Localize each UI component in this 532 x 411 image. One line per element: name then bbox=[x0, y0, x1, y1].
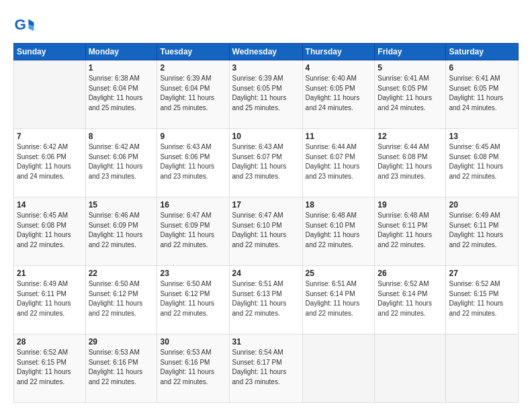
day-detail: Sunrise: 6:40 AM Sunset: 6:05 PM Dayligh… bbox=[306, 74, 372, 113]
day-number: 21 bbox=[17, 269, 83, 278]
calendar-week-row: 21Sunrise: 6:49 AM Sunset: 6:11 PM Dayli… bbox=[14, 266, 519, 334]
day-detail: Sunrise: 6:54 AM Sunset: 6:17 PM Dayligh… bbox=[232, 348, 300, 387]
day-detail: Sunrise: 6:38 AM Sunset: 6:04 PM Dayligh… bbox=[89, 74, 154, 113]
calendar-week-row: 1Sunrise: 6:38 AM Sunset: 6:04 PM Daylig… bbox=[14, 60, 519, 129]
calendar-cell: 13Sunrise: 6:45 AM Sunset: 6:08 PM Dayli… bbox=[446, 129, 519, 197]
day-detail: Sunrise: 6:45 AM Sunset: 6:08 PM Dayligh… bbox=[17, 211, 83, 250]
calendar-cell: 1Sunrise: 6:38 AM Sunset: 6:04 PM Daylig… bbox=[85, 60, 157, 129]
day-detail: Sunrise: 6:52 AM Sunset: 6:15 PM Dayligh… bbox=[449, 279, 515, 318]
calendar-cell: 31Sunrise: 6:54 AM Sunset: 6:17 PM Dayli… bbox=[229, 334, 302, 403]
day-detail: Sunrise: 6:52 AM Sunset: 6:14 PM Dayligh… bbox=[378, 279, 443, 318]
calendar-cell: 3Sunrise: 6:39 AM Sunset: 6:05 PM Daylig… bbox=[229, 60, 302, 129]
day-detail: Sunrise: 6:52 AM Sunset: 6:15 PM Dayligh… bbox=[17, 348, 83, 387]
day-detail: Sunrise: 6:43 AM Sunset: 6:06 PM Dayligh… bbox=[160, 142, 226, 181]
calendar-cell: 18Sunrise: 6:48 AM Sunset: 6:10 PM Dayli… bbox=[302, 197, 375, 266]
calendar-cell: 5Sunrise: 6:41 AM Sunset: 6:05 PM Daylig… bbox=[375, 60, 446, 129]
calendar-header-wednesday: Wednesday bbox=[229, 44, 302, 60]
calendar-cell: 23Sunrise: 6:50 AM Sunset: 6:12 PM Dayli… bbox=[157, 266, 229, 334]
day-detail: Sunrise: 6:44 AM Sunset: 6:07 PM Dayligh… bbox=[306, 142, 372, 181]
calendar-cell: 10Sunrise: 6:43 AM Sunset: 6:07 PM Dayli… bbox=[229, 129, 302, 197]
day-detail: Sunrise: 6:47 AM Sunset: 6:09 PM Dayligh… bbox=[160, 211, 226, 250]
calendar-cell bbox=[446, 334, 519, 403]
day-number: 16 bbox=[160, 200, 226, 210]
calendar-cell: 8Sunrise: 6:42 AM Sunset: 6:06 PM Daylig… bbox=[85, 129, 157, 197]
day-detail: Sunrise: 6:47 AM Sunset: 6:10 PM Dayligh… bbox=[232, 211, 300, 250]
day-detail: Sunrise: 6:44 AM Sunset: 6:08 PM Dayligh… bbox=[378, 142, 443, 181]
calendar-header-sunday: Sunday bbox=[14, 44, 86, 60]
day-number: 4 bbox=[306, 63, 372, 73]
day-detail: Sunrise: 6:42 AM Sunset: 6:06 PM Dayligh… bbox=[17, 142, 83, 181]
day-number: 1 bbox=[89, 63, 154, 73]
day-detail: Sunrise: 6:39 AM Sunset: 6:04 PM Dayligh… bbox=[160, 74, 226, 113]
calendar-cell: 26Sunrise: 6:52 AM Sunset: 6:14 PM Dayli… bbox=[375, 266, 446, 334]
day-number: 22 bbox=[89, 269, 154, 278]
calendar-cell: 21Sunrise: 6:49 AM Sunset: 6:11 PM Dayli… bbox=[14, 266, 86, 334]
day-number: 5 bbox=[378, 63, 443, 73]
day-number: 25 bbox=[306, 269, 372, 278]
calendar-header-saturday: Saturday bbox=[446, 44, 519, 60]
svg-text:G: G bbox=[15, 16, 26, 33]
day-detail: Sunrise: 6:41 AM Sunset: 6:05 PM Dayligh… bbox=[449, 74, 515, 113]
day-number: 27 bbox=[449, 269, 515, 278]
day-number: 24 bbox=[232, 269, 300, 278]
logo: G bbox=[13, 15, 38, 36]
calendar-cell: 2Sunrise: 6:39 AM Sunset: 6:04 PM Daylig… bbox=[157, 60, 229, 129]
calendar-cell: 29Sunrise: 6:53 AM Sunset: 6:16 PM Dayli… bbox=[85, 334, 157, 403]
day-detail: Sunrise: 6:43 AM Sunset: 6:07 PM Dayligh… bbox=[232, 142, 300, 181]
calendar-week-row: 14Sunrise: 6:45 AM Sunset: 6:08 PM Dayli… bbox=[14, 197, 519, 266]
calendar-header-row: SundayMondayTuesdayWednesdayThursdayFrid… bbox=[14, 44, 519, 60]
calendar-cell: 22Sunrise: 6:50 AM Sunset: 6:12 PM Dayli… bbox=[85, 266, 157, 334]
calendar-cell: 6Sunrise: 6:41 AM Sunset: 6:05 PM Daylig… bbox=[446, 60, 519, 129]
day-number: 14 bbox=[17, 200, 83, 210]
calendar-cell: 25Sunrise: 6:51 AM Sunset: 6:14 PM Dayli… bbox=[302, 266, 375, 334]
calendar-cell: 7Sunrise: 6:42 AM Sunset: 6:06 PM Daylig… bbox=[14, 129, 86, 197]
day-number: 13 bbox=[449, 132, 515, 141]
calendar-table: SundayMondayTuesdayWednesdayThursdayFrid… bbox=[13, 43, 519, 403]
day-number: 3 bbox=[232, 63, 300, 73]
day-number: 29 bbox=[89, 337, 154, 347]
day-number: 26 bbox=[378, 269, 443, 278]
calendar-cell: 17Sunrise: 6:47 AM Sunset: 6:10 PM Dayli… bbox=[229, 197, 302, 266]
calendar-cell: 16Sunrise: 6:47 AM Sunset: 6:09 PM Dayli… bbox=[157, 197, 229, 266]
calendar-cell bbox=[302, 334, 375, 403]
day-number: 20 bbox=[449, 200, 515, 210]
calendar-week-row: 28Sunrise: 6:52 AM Sunset: 6:15 PM Dayli… bbox=[14, 334, 519, 403]
calendar-header-friday: Friday bbox=[375, 44, 446, 60]
day-detail: Sunrise: 6:39 AM Sunset: 6:05 PM Dayligh… bbox=[232, 74, 300, 113]
day-detail: Sunrise: 6:48 AM Sunset: 6:10 PM Dayligh… bbox=[306, 211, 372, 250]
day-number: 23 bbox=[160, 269, 226, 278]
calendar-cell: 30Sunrise: 6:53 AM Sunset: 6:16 PM Dayli… bbox=[157, 334, 229, 403]
day-detail: Sunrise: 6:49 AM Sunset: 6:11 PM Dayligh… bbox=[449, 211, 515, 250]
calendar-cell: 12Sunrise: 6:44 AM Sunset: 6:08 PM Dayli… bbox=[375, 129, 446, 197]
day-number: 17 bbox=[232, 200, 300, 210]
day-detail: Sunrise: 6:51 AM Sunset: 6:13 PM Dayligh… bbox=[232, 279, 300, 318]
day-number: 30 bbox=[160, 337, 226, 347]
day-number: 6 bbox=[449, 63, 515, 73]
calendar-cell bbox=[375, 334, 446, 403]
header: G bbox=[13, 12, 519, 36]
calendar-cell: 14Sunrise: 6:45 AM Sunset: 6:08 PM Dayli… bbox=[14, 197, 86, 266]
day-detail: Sunrise: 6:53 AM Sunset: 6:16 PM Dayligh… bbox=[89, 348, 154, 387]
day-number: 15 bbox=[89, 200, 154, 210]
day-detail: Sunrise: 6:46 AM Sunset: 6:09 PM Dayligh… bbox=[89, 211, 154, 250]
calendar-cell: 24Sunrise: 6:51 AM Sunset: 6:13 PM Dayli… bbox=[229, 266, 302, 334]
calendar-cell: 9Sunrise: 6:43 AM Sunset: 6:06 PM Daylig… bbox=[157, 129, 229, 197]
day-number: 9 bbox=[160, 132, 226, 141]
day-number: 7 bbox=[17, 132, 83, 141]
day-number: 18 bbox=[306, 200, 372, 210]
day-detail: Sunrise: 6:45 AM Sunset: 6:08 PM Dayligh… bbox=[449, 142, 515, 181]
day-number: 12 bbox=[378, 132, 443, 141]
calendar-cell: 15Sunrise: 6:46 AM Sunset: 6:09 PM Dayli… bbox=[85, 197, 157, 266]
calendar-cell: 4Sunrise: 6:40 AM Sunset: 6:05 PM Daylig… bbox=[302, 60, 375, 129]
day-detail: Sunrise: 6:50 AM Sunset: 6:12 PM Dayligh… bbox=[160, 279, 226, 318]
calendar-cell: 28Sunrise: 6:52 AM Sunset: 6:15 PM Dayli… bbox=[14, 334, 86, 403]
day-number: 11 bbox=[306, 132, 372, 141]
logo-icon: G bbox=[13, 15, 35, 36]
day-number: 31 bbox=[232, 337, 300, 347]
day-number: 8 bbox=[89, 132, 154, 141]
day-detail: Sunrise: 6:48 AM Sunset: 6:11 PM Dayligh… bbox=[378, 211, 443, 250]
day-detail: Sunrise: 6:51 AM Sunset: 6:14 PM Dayligh… bbox=[306, 279, 372, 318]
calendar-cell bbox=[14, 60, 86, 129]
day-number: 2 bbox=[160, 63, 226, 73]
page: G SundayMondayTuesdayWednesdayThursdayFr… bbox=[0, 0, 532, 411]
